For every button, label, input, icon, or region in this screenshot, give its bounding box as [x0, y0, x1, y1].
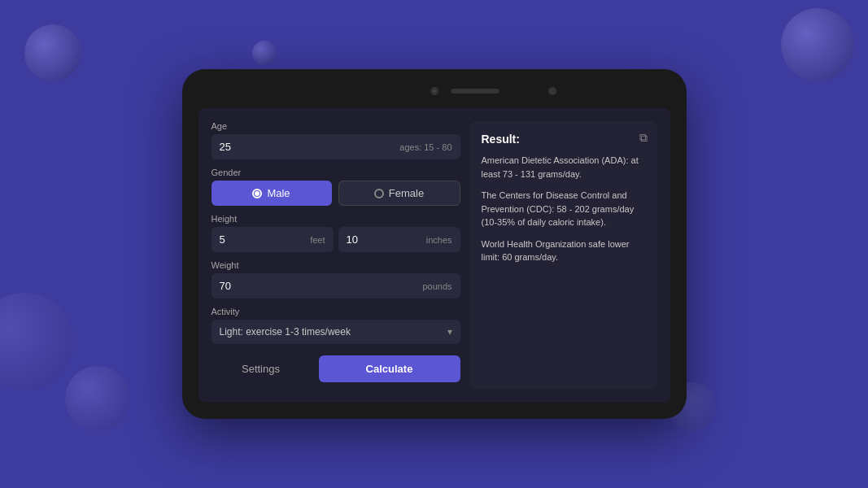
- form-panel: Age ages: 15 - 80 Gender Male: [212, 121, 460, 390]
- activity-label: Activity: [212, 307, 460, 316]
- gender-male-btn[interactable]: Male: [212, 181, 332, 206]
- age-group: Age ages: 15 - 80: [212, 121, 460, 159]
- result-title: Result:: [482, 133, 646, 146]
- height-inches-input[interactable]: [338, 227, 426, 252]
- bg-bubble-1: [24, 24, 81, 81]
- result-ada-text: American Dietetic Association (ADA): at …: [482, 154, 646, 181]
- tablet-camera: [430, 87, 438, 95]
- height-inches-field: inches: [338, 227, 460, 252]
- bg-bubble-5: [65, 366, 130, 431]
- weight-label: Weight: [212, 260, 460, 270]
- age-input-row: ages: 15 - 80: [212, 134, 460, 159]
- copy-icon[interactable]: ⧉: [639, 131, 648, 145]
- height-label: Height: [212, 214, 460, 224]
- weight-input-row: pounds: [212, 273, 460, 298]
- bg-bubble-4: [0, 293, 73, 390]
- bg-bubble-2: [252, 41, 277, 65]
- tablet-dot-right: [548, 87, 556, 95]
- activity-select[interactable]: Sedentary: little or no exercise Light: …: [212, 320, 460, 344]
- weight-input[interactable]: [212, 273, 423, 298]
- gender-female-btn[interactable]: Female: [338, 181, 460, 206]
- height-feet-input[interactable]: [212, 227, 311, 252]
- tablet-top-bar: [182, 79, 687, 103]
- height-feet-unit: feet: [310, 235, 333, 245]
- calculate-button[interactable]: Calculate: [319, 355, 460, 382]
- btn-row: Settings Calculate: [212, 355, 460, 382]
- gender-male-label: Male: [267, 187, 290, 199]
- radio-female-circle: [374, 189, 384, 198]
- tablet-speaker: [451, 89, 499, 94]
- settings-button[interactable]: Settings: [212, 355, 311, 382]
- height-inches-unit: inches: [426, 235, 460, 245]
- tablet-device: Age ages: 15 - 80 Gender Male: [182, 69, 687, 419]
- weight-unit: pounds: [422, 281, 460, 291]
- weight-group: Weight pounds: [212, 260, 460, 298]
- bg-bubble-3: [781, 8, 854, 81]
- activity-group: Activity Sedentary: little or no exercis…: [212, 307, 460, 344]
- radio-male-circle: [252, 189, 262, 198]
- gender-group: Gender Male Female: [212, 168, 460, 206]
- height-feet-field: feet: [212, 227, 334, 252]
- result-who-text: World Health Organization safe lower lim…: [482, 237, 646, 264]
- result-cdc-text: The Centers for Disease Control and Prev…: [482, 189, 646, 229]
- gender-label: Gender: [212, 168, 460, 177]
- radio-male-inner: [255, 191, 260, 196]
- result-panel: ⧉ Result: American Dietetic Association …: [470, 121, 657, 390]
- age-input[interactable]: [212, 134, 400, 159]
- height-row: feet inches: [212, 227, 460, 252]
- age-hint: ages: 15 - 80: [399, 142, 460, 152]
- gender-row: Male Female: [212, 181, 460, 206]
- age-label: Age: [212, 121, 460, 131]
- activity-select-wrapper: Sedentary: little or no exercise Light: …: [212, 320, 460, 344]
- gender-female-label: Female: [389, 187, 424, 199]
- tablet-screen: Age ages: 15 - 80 Gender Male: [198, 108, 670, 403]
- height-group: Height feet inches: [212, 214, 460, 252]
